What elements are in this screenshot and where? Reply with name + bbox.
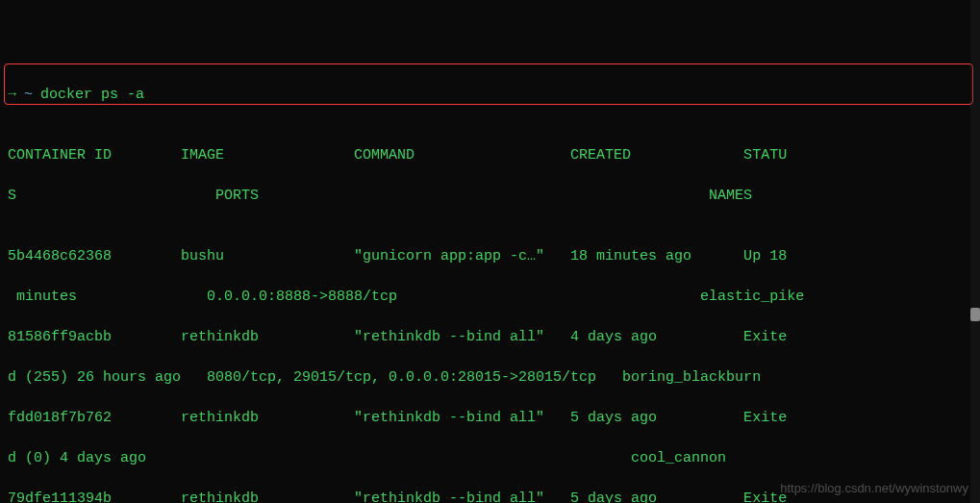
prompt-tilde: ~: [24, 85, 33, 105]
header-line-1: CONTAINER ID IMAGE COMMAND CREATED STATU: [8, 145, 972, 165]
container-row-line1: fdd018f7b762 rethinkdb "rethinkdb --bind…: [8, 408, 972, 428]
watermark-text: https://blog.csdn.net/wywinstonwy: [780, 480, 968, 497]
prompt-line[interactable]: → ~ docker ps -a: [8, 85, 972, 105]
container-row-line1: 5b4468c62368 bushu "gunicorn app:app -c……: [8, 246, 972, 266]
header-line-2: S PORTS NAMES: [8, 186, 972, 206]
prompt-arrow-icon: →: [8, 85, 16, 105]
container-row-line2: d (0) 4 days ago cool_cannon: [8, 448, 972, 468]
container-row-line2: d (255) 26 hours ago 8080/tcp, 29015/tcp…: [8, 367, 972, 388]
scrollbar-thumb[interactable]: [970, 308, 980, 321]
container-row-line2: minutes 0.0.0.0:8888->8888/tcp elastic_p…: [8, 287, 972, 307]
container-row-line1: 81586ff9acbb rethinkdb "rethinkdb --bind…: [8, 327, 972, 347]
command-text: docker ps -a: [40, 85, 144, 105]
scrollbar-track[interactable]: [970, 0, 980, 503]
